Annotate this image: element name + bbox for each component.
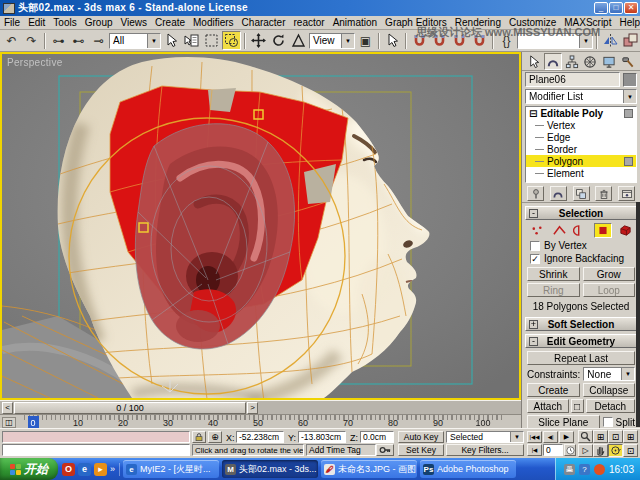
modifier-list-combo[interactable]: Modifier List ▼ [525, 89, 637, 104]
window-crossing-toggle[interactable] [222, 31, 241, 50]
select-and-manipulate-button[interactable] [383, 31, 402, 50]
go-to-start-button[interactable]: |◀◀ [527, 431, 542, 443]
by-vertex-checkbox[interactable] [530, 241, 540, 251]
stack-row-vertex[interactable]: Vertex [526, 119, 636, 131]
select-object-button[interactable] [162, 31, 181, 50]
add-time-tag[interactable]: Add Time Tag [306, 444, 376, 456]
time-configuration-button[interactable] [564, 444, 576, 456]
soft-selection-rollout-header[interactable]: + Soft Selection [525, 317, 637, 331]
menu-views[interactable]: Views [117, 17, 152, 28]
show-end-result-button[interactable] [550, 186, 567, 201]
track-bar[interactable]: ◫ 0 10 20 30 40 50 60 70 80 90 100 [0, 414, 521, 428]
remove-modifier-button[interactable] [595, 186, 612, 201]
repeat-last-button[interactable]: Repeat Last [527, 351, 635, 365]
close-button[interactable]: ✕ [624, 2, 638, 14]
stack-row-polygon[interactable]: Polygon [526, 155, 636, 167]
object-name-field[interactable]: Plane06 [525, 72, 620, 87]
object-color-swatch[interactable] [623, 73, 637, 87]
current-frame-field[interactable]: 0 [543, 444, 563, 456]
chevron-down-icon[interactable]: ▼ [621, 368, 634, 380]
tab-create[interactable] [525, 53, 543, 70]
select-and-link-button[interactable]: ⊶ [49, 31, 68, 50]
maxscript-mini-listener-white[interactable] [2, 444, 190, 456]
perspective-viewport[interactable]: Perspective [0, 52, 521, 400]
min-max-toggle-button[interactable]: ⊡ [623, 444, 638, 457]
stack-row-edge[interactable]: Edge [526, 131, 636, 143]
slice-plane-button[interactable]: Slice Plane [527, 415, 600, 429]
edit-geometry-rollout-header[interactable]: - Edit Geometry [525, 334, 637, 348]
tab-hierarchy[interactable] [563, 53, 581, 70]
time-slider-prev-button[interactable]: < [2, 402, 13, 414]
set-keys-button[interactable] [376, 444, 394, 456]
tab-modify[interactable] [544, 53, 562, 70]
tab-display[interactable] [600, 53, 618, 70]
tab-utilities[interactable] [619, 53, 637, 70]
taskbar-item-paint[interactable]: 🖌 未命名3.JPG - 画图 [321, 460, 417, 478]
mini-curve-editor-button[interactable]: ◫ [2, 417, 16, 428]
zoom-extents-button[interactable]: ⊡ [608, 430, 623, 443]
zoom-button[interactable] [578, 430, 593, 443]
x-coordinate-field[interactable]: -52.238cm [236, 431, 284, 443]
menu-tools[interactable]: Tools [49, 17, 80, 28]
arc-rotate-button[interactable] [608, 444, 623, 457]
taskbar-clock[interactable]: 16:03 [609, 464, 634, 475]
attach-button[interactable]: Attach [527, 399, 569, 413]
time-slider-next-button[interactable]: > [247, 402, 258, 414]
vertex-subobject-button[interactable] [528, 223, 546, 238]
rectangular-selection-region-button[interactable] [202, 31, 221, 50]
select-and-move-button[interactable] [249, 31, 268, 50]
previous-frame-button[interactable]: ◀| [543, 431, 558, 443]
qq-icon[interactable] [594, 464, 605, 475]
media-player-icon[interactable]: ▸ [94, 463, 107, 476]
key-selection-combo[interactable]: Selected ▼ [446, 431, 524, 443]
detach-button[interactable]: Detach [586, 399, 635, 413]
loop-button[interactable]: Loop [583, 283, 636, 297]
undo-button[interactable]: ↶ [2, 31, 21, 50]
use-pivot-point-center-button[interactable]: ▣ [356, 31, 375, 50]
collapse-box-icon[interactable]: ⊟ [529, 108, 537, 119]
zoom-extents-all-button[interactable]: ⊞ [623, 430, 638, 443]
shrink-button[interactable]: Shrink [527, 267, 580, 281]
set-key-button[interactable]: Set Key [398, 444, 444, 456]
maximize-button[interactable]: □ [609, 2, 623, 14]
panel-scrollbar[interactable] [636, 202, 640, 427]
unlink-selection-button[interactable]: ⊷ [69, 31, 88, 50]
absolute-offset-toggle[interactable]: ⊕ [208, 431, 222, 443]
element-subobject-button[interactable] [616, 223, 634, 238]
menu-file[interactable]: File [0, 17, 24, 28]
stack-row-border[interactable]: Border [526, 143, 636, 155]
configure-modifier-sets-button[interactable] [618, 186, 635, 201]
internet-explorer-icon[interactable]: e [78, 463, 91, 476]
collapse-button[interactable]: Collapse [583, 383, 636, 397]
taskbar-item-myie2[interactable]: e MyIE2 - [火星时... [123, 460, 219, 478]
viewport-label[interactable]: Perspective [7, 57, 63, 68]
browser-quicklaunch-icon[interactable]: O [62, 463, 75, 476]
select-and-scale-button[interactable] [289, 31, 308, 50]
menu-create[interactable]: Create [151, 17, 189, 28]
bind-to-space-warp-button[interactable]: ⊸ [89, 31, 108, 50]
edge-subobject-button[interactable] [550, 223, 568, 238]
selection-lock-toggle[interactable] [192, 431, 206, 443]
collapse-icon[interactable]: - [529, 337, 538, 346]
split-checkbox[interactable] [603, 417, 613, 427]
menu-character[interactable]: Character [238, 17, 290, 28]
polygon-subobject-button[interactable] [594, 223, 612, 238]
border-subobject-button[interactable] [572, 223, 590, 238]
collapse-icon[interactable]: - [529, 209, 538, 218]
play-button[interactable]: ▶ [559, 431, 574, 443]
select-by-name-button[interactable] [182, 31, 201, 50]
zoom-all-button[interactable]: ⊞ [593, 430, 608, 443]
chevron-down-icon[interactable]: ▼ [510, 432, 523, 442]
stack-row-element[interactable]: Element [526, 167, 636, 179]
ignore-backfacing-checkbox[interactable]: ✓ [530, 254, 540, 264]
chevron-down-icon[interactable]: ▼ [623, 90, 636, 103]
auto-key-button[interactable]: Auto Key [398, 431, 444, 443]
z-coordinate-field[interactable]: 0.0cm [360, 431, 394, 443]
selection-filter-combo[interactable]: All ▼ [109, 33, 161, 49]
grow-button[interactable]: Grow [583, 267, 636, 281]
constraints-combo[interactable]: None ▼ [583, 367, 635, 381]
menu-animation[interactable]: Animation [329, 17, 381, 28]
key-mode-toggle[interactable]: |◀ [527, 444, 542, 456]
pan-button[interactable] [593, 444, 608, 457]
taskbar-item-3dsmax[interactable]: M 头部02.max - 3ds... [222, 460, 318, 478]
